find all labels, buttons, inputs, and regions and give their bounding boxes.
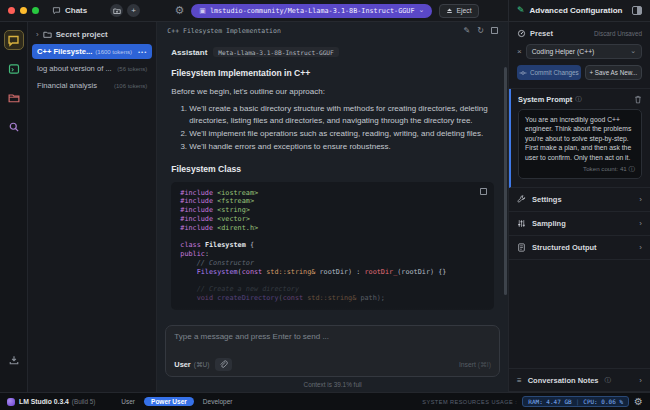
window-controls xyxy=(0,0,44,21)
trash-icon[interactable] xyxy=(634,95,642,104)
sampling-label: Sampling xyxy=(532,219,566,228)
model-settings-gear-icon[interactable]: ⚙ xyxy=(174,5,184,16)
clear-preset-icon[interactable]: × xyxy=(517,47,522,56)
code-block: #include <iostream>#include <fstream>#in… xyxy=(171,182,494,310)
preset-icon xyxy=(517,29,526,38)
system-prompt-textarea[interactable]: You are an incredibly good C++ engineer.… xyxy=(518,109,642,179)
close-window-button[interactable] xyxy=(8,7,15,14)
preset-label: Preset xyxy=(530,29,553,38)
loaded-model-selector[interactable]: ▣ lmstudio-community/Meta-Llama-3.1-8B-I… xyxy=(191,4,432,18)
role-label: User xyxy=(174,360,190,369)
mode-developer[interactable]: Developer xyxy=(203,398,233,405)
build-label: (Build 5) xyxy=(72,398,95,405)
chat-title: C++ Filesyste... xyxy=(37,47,92,56)
code-line: #include <vector> xyxy=(180,215,485,224)
message-input-box[interactable]: User (⌘U) Insert (⌘I) xyxy=(165,325,500,377)
chevron-down-icon: ⌄ xyxy=(630,49,636,53)
info-icon[interactable]: ⓘ xyxy=(575,95,582,104)
wrench-icon xyxy=(517,195,526,204)
chat-list-item[interactable]: log about version of ... (56 tokens) xyxy=(32,61,152,76)
preset-selected-value: Coding Helper (C++) xyxy=(532,48,595,55)
markdown-ordered-list: We'll create a basic directory structure… xyxy=(171,103,494,152)
chat-scrollbar[interactable] xyxy=(504,67,507,295)
resources-usage-badge[interactable]: RAM: 4.47 GB | CPU: 0.06 % xyxy=(522,396,629,407)
role-selector-button[interactable]: User (⌘U) xyxy=(174,360,209,369)
commit-icon xyxy=(519,69,527,77)
folder-label: Secret project xyxy=(56,30,108,39)
preset-dropdown[interactable]: Coding Helper (C++) ⌄ xyxy=(526,44,642,59)
chat-options-icon[interactable]: ••• xyxy=(138,49,147,55)
nav-discover-button[interactable] xyxy=(4,117,24,137)
chat-header: C++ Filesystem Implementation ✎ ↻ xyxy=(157,22,508,39)
left-nav-rail xyxy=(0,22,28,392)
markdown-heading-code: Filesystem Class xyxy=(171,164,494,174)
loaded-model-name: lmstudio-community/Meta-Llama-3.1-8B-Ins… xyxy=(210,7,415,15)
new-chat-button[interactable]: + xyxy=(127,4,140,17)
nav-chat-button[interactable] xyxy=(4,30,24,50)
preset-section: Preset Discard Unsaved × Coding Helper (… xyxy=(509,22,650,89)
message-input-area: User (⌘U) Insert (⌘I) xyxy=(157,323,508,377)
commit-changes-button[interactable]: Commit Changes xyxy=(517,65,581,80)
code-lines: #include <iostream>#include <fstream>#in… xyxy=(180,189,485,303)
nav-my-models-button[interactable] xyxy=(4,88,24,108)
info-icon: ⓘ xyxy=(605,376,612,385)
nav-developer-button[interactable] xyxy=(4,59,24,79)
sampling-section-row[interactable]: Sampling › xyxy=(509,212,650,236)
save-as-new-button[interactable]: + Save As New... xyxy=(585,65,642,80)
conversation-notes-row[interactable]: ≡ Conversation Notes ⓘ › xyxy=(509,368,650,392)
commit-changes-label: Commit Changes xyxy=(530,69,579,76)
eject-icon xyxy=(446,7,453,14)
minimize-window-button[interactable] xyxy=(20,7,27,14)
context-usage-status: Context is 39.1% full xyxy=(157,377,508,392)
toggle-sidebar-icon[interactable] xyxy=(632,6,642,15)
copy-code-icon[interactable] xyxy=(480,188,487,195)
system-prompt-text: You are an incredibly good C++ engineer.… xyxy=(525,115,635,162)
advanced-config-header: ✎ Advanced Configuration xyxy=(508,0,650,21)
settings-gear-icon[interactable]: ⚙ xyxy=(634,397,643,407)
chevron-right-icon: › xyxy=(639,243,642,252)
topbar: Chats + ⚙ ▣ lmstudio-community/Meta-Llam… xyxy=(0,0,650,22)
chat-token-count: (106 tokens) xyxy=(114,83,147,89)
regenerate-icon[interactable]: ↻ xyxy=(477,27,484,35)
folder-chevron-icon: › xyxy=(36,30,39,39)
download-icon xyxy=(8,354,20,366)
duplicate-chat-icon[interactable] xyxy=(491,27,498,34)
code-line: #include <string> xyxy=(180,206,485,215)
chat-bubble-icon xyxy=(7,34,20,47)
structured-output-section-row[interactable]: Structured Output › xyxy=(509,236,650,260)
code-line xyxy=(180,233,485,242)
lm-studio-window: Chats + ⚙ ▣ lmstudio-community/Meta-Llam… xyxy=(0,0,650,410)
sidebar-folder-secret-project[interactable]: › Secret project xyxy=(28,27,156,42)
save-as-new-label: + Save As New... xyxy=(589,69,637,76)
chat-title: log about version of ... xyxy=(37,64,112,73)
attach-file-button[interactable] xyxy=(215,358,232,371)
chat-title: Financial analysis xyxy=(37,81,97,90)
statusbar-right: SYSTEM RESOURCES USAGE : RAM: 4.47 GB | … xyxy=(422,396,643,407)
zoom-window-button[interactable] xyxy=(32,7,39,14)
insert-button[interactable]: Insert (⌘I) xyxy=(459,361,491,369)
new-folder-button[interactable] xyxy=(110,4,123,17)
code-line: class Filesystem { xyxy=(180,241,485,250)
status-bar: LM Studio 0.3.4 (Build 5) User Power Use… xyxy=(0,392,650,410)
message-input[interactable] xyxy=(174,332,491,341)
resources-usage-label: SYSTEM RESOURCES USAGE : xyxy=(422,399,517,405)
terminal-icon xyxy=(8,63,20,75)
chat-token-count: (56 tokens) xyxy=(117,66,147,72)
mode-user[interactable]: User xyxy=(121,398,135,405)
downloads-button[interactable] xyxy=(8,354,20,366)
chats-sidebar: › Secret project C++ Filesyste... (1600 … xyxy=(28,22,157,392)
settings-section-row[interactable]: Settings › xyxy=(509,188,650,212)
chat-list-item[interactable]: Financial analysis (106 tokens) xyxy=(32,78,152,93)
chat-list-item-selected[interactable]: C++ Filesyste... (1600 tokens) ••• xyxy=(32,44,152,59)
info-icon: ⓘ xyxy=(629,165,636,172)
list-item: We'll create a basic directory structure… xyxy=(189,103,494,126)
app-version-label: LM Studio 0.3.4 xyxy=(19,398,69,405)
eject-model-button[interactable]: Eject xyxy=(439,4,478,18)
topbar-center: ⚙ ▣ lmstudio-community/Meta-Llama-3.1-8B… xyxy=(145,0,508,21)
markdown-intro: Before we begin, let's outline our appro… xyxy=(171,86,494,97)
discard-unsaved-button[interactable]: Discard Unsaved xyxy=(594,30,642,37)
edit-title-icon[interactable]: ✎ xyxy=(464,27,471,35)
role-shortcut: (⌘U) xyxy=(194,361,210,369)
mode-power-user[interactable]: Power User xyxy=(144,397,194,406)
markdown-heading-main: Filesystem Implementation in C++ xyxy=(171,68,494,78)
